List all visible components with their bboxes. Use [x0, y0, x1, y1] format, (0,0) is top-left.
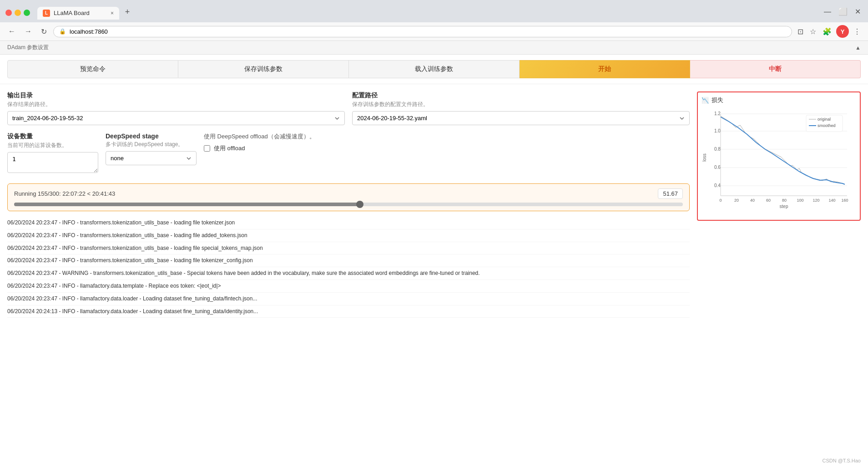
forward-btn[interactable]: → [22, 25, 35, 37]
svg-text:160: 160 [841, 198, 848, 203]
svg-text:smoothed: smoothed [818, 123, 836, 128]
extensions-icon[interactable]: 🧩 [821, 25, 833, 38]
log-line: 06/20/2024 20:23:47 - INFO - transformer… [7, 254, 690, 267]
log-line: 06/20/2024 20:23:47 - INFO - llamafactor… [7, 280, 690, 293]
chart-title-text: 损失 [712, 96, 723, 104]
deepspeed-stage-sublabel: 多卡训练的 DeepSpeed stage。 [106, 141, 197, 148]
offload-description: 使用 DeepSpeed offload（会减慢速度）。 [204, 132, 690, 141]
action-buttons-row: 预览命令 保存训练参数 载入训练参数 开始 中断 [0, 55, 868, 84]
offload-checkbox-row: 使用 offload [204, 144, 690, 152]
progress-header: Running 155/300: 22:07:22 < 20:41:43 51.… [14, 188, 683, 199]
svg-text:1.2: 1.2 [714, 111, 721, 116]
deepspeed-stage-select[interactable]: none 1 2 3 [106, 151, 197, 165]
output-dir-group: 输出目录 保存结果的路径。 train_2024-06-20-19-55-32 [7, 91, 345, 125]
close-btn[interactable]: ✕ [853, 5, 863, 18]
log-line: 06/20/2024 20:24:13 - INFO - llamafactor… [7, 305, 690, 318]
right-panel: 📉 损失 1.2 1.0 0.8 0.6 0.4 loss [697, 84, 861, 318]
device-deepspeed-section: 设备数量 当前可用的运算设备数。 1 DeepSpeed stage 多卡训练的… [7, 129, 690, 178]
svg-text:0.6: 0.6 [714, 165, 721, 170]
toolbar-actions: ⊡ ☆ 🧩 Y ⋮ [796, 25, 863, 38]
new-tab-btn[interactable]: + [121, 6, 134, 19]
deepspeed-stage-label: DeepSpeed stage [106, 132, 197, 140]
log-section: 06/20/2024 20:23:47 - INFO - transformer… [7, 211, 690, 318]
output-config-section: 输出目录 保存结果的路径。 train_2024-06-20-19-55-32 … [7, 84, 690, 129]
page-content: DAdam 参数设置 ▲ 预览命令 保存训练参数 载入训练参数 开始 中断 输出… [0, 41, 868, 467]
left-panel: 输出目录 保存结果的路径。 train_2024-06-20-19-55-32 … [7, 84, 697, 318]
svg-text:80: 80 [782, 198, 787, 203]
device-count-input[interactable]: 1 [7, 152, 98, 173]
progress-text: Running 155/300: 22:07:22 < 20:41:43 [14, 190, 115, 197]
progress-bar-container[interactable] [14, 203, 683, 206]
device-count-sublabel: 当前可用的运算设备数。 [7, 142, 98, 149]
svg-text:40: 40 [750, 198, 755, 203]
menu-btn[interactable]: ⋮ [852, 25, 863, 38]
tab-bar: L LLaMA Board × + [37, 6, 134, 20]
chart-title: 📉 损失 [701, 96, 856, 104]
svg-text:step: step [780, 204, 788, 209]
url-input[interactable] [70, 28, 786, 35]
close-window-btn[interactable] [5, 10, 12, 16]
screenshot-icon[interactable]: ⊡ [796, 25, 805, 38]
progress-value: 51.67 [658, 188, 683, 199]
top-bar-collapse-icon[interactable]: ▲ [855, 45, 861, 51]
restore-btn[interactable]: ⬜ [837, 5, 849, 18]
config-path-group: 配置路径 保存训练参数的配置文件路径。 2024-06-20-19-55-32.… [352, 91, 690, 125]
user-avatar[interactable]: Y [836, 25, 849, 38]
svg-text:20: 20 [734, 198, 739, 203]
tab-favicon: L [43, 10, 50, 17]
log-line: 06/20/2024 20:23:47 - INFO - transformer… [7, 242, 690, 255]
tab-close-btn[interactable]: × [111, 10, 114, 16]
device-count-label: 设备数量 [7, 132, 98, 141]
load-params-btn[interactable]: 载入训练参数 [349, 60, 520, 78]
progress-knob[interactable] [356, 201, 363, 208]
minimize-window-btn[interactable] [15, 10, 21, 16]
output-dir-select[interactable]: train_2024-06-20-19-55-32 [7, 111, 345, 125]
output-dir-label: 输出目录 [7, 91, 345, 100]
back-btn[interactable]: ← [5, 25, 18, 37]
chart-icon: 📉 [701, 97, 709, 104]
lock-icon: 🔒 [59, 28, 66, 35]
config-path-sublabel: 保存训练参数的配置文件路径。 [352, 101, 690, 108]
stop-btn[interactable]: 中断 [690, 60, 861, 78]
offload-checkbox[interactable] [204, 145, 210, 152]
config-path-select[interactable]: 2024-06-20-19-55-32.yaml [352, 111, 690, 125]
browser-chrome: L LLaMA Board × + — ⬜ ✕ [0, 0, 868, 22]
svg-text:0: 0 [719, 198, 722, 203]
top-bar-label: DAdam 参数设置 [7, 44, 49, 51]
svg-text:100: 100 [797, 198, 803, 203]
minimize-btn[interactable]: — [822, 6, 833, 18]
progress-section: Running 155/300: 22:07:22 < 20:41:43 51.… [7, 183, 690, 211]
deepspeed-stage-group: DeepSpeed stage 多卡训练的 DeepSpeed stage。 n… [106, 132, 197, 165]
svg-text:loss: loss [702, 153, 707, 162]
footer-hint: CSDN @T.S.Hao [822, 458, 861, 463]
tab-title: LLaMA Board [54, 10, 90, 16]
address-bar[interactable]: 🔒 [53, 26, 792, 37]
start-btn[interactable]: 开始 [520, 60, 690, 78]
chart-panel: 📉 损失 1.2 1.0 0.8 0.6 0.4 loss [697, 91, 861, 221]
progress-bar-fill [14, 203, 360, 206]
active-tab[interactable]: L LLaMA Board × [37, 7, 119, 20]
top-bar-hint: DAdam 参数设置 ▲ [0, 41, 868, 55]
maximize-window-btn[interactable] [24, 10, 30, 16]
svg-text:140: 140 [828, 198, 835, 203]
main-area: 输出目录 保存结果的路径。 train_2024-06-20-19-55-32 … [0, 84, 868, 318]
svg-text:60: 60 [766, 198, 771, 203]
save-params-btn[interactable]: 保存训练参数 [178, 60, 349, 78]
log-line: 06/20/2024 20:23:47 - INFO - transformer… [7, 229, 690, 242]
browser-toolbar: ← → ↻ 🔒 ⊡ ☆ 🧩 Y ⋮ [0, 22, 868, 41]
browser-titlebar: L LLaMA Board × + — ⬜ ✕ [5, 4, 863, 22]
refresh-btn[interactable]: ↻ [38, 25, 50, 38]
chart-area: 1.2 1.0 0.8 0.6 0.4 loss [701, 107, 856, 216]
bookmark-icon[interactable]: ☆ [808, 25, 818, 38]
svg-text:0.8: 0.8 [714, 147, 721, 152]
svg-text:original: original [818, 117, 831, 122]
svg-text:120: 120 [812, 198, 819, 203]
offload-checkbox-label[interactable]: 使用 offload [214, 144, 245, 152]
preview-cmd-btn[interactable]: 预览命令 [7, 60, 178, 78]
svg-text:1.0: 1.0 [714, 128, 721, 133]
log-line: 06/20/2024 20:23:47 - INFO - llamafactor… [7, 293, 690, 305]
log-line: 06/20/2024 20:23:47 - INFO - transformer… [7, 217, 690, 229]
offload-group: 使用 DeepSpeed offload（会减慢速度）。 使用 offload [204, 132, 690, 152]
window-controls [5, 10, 30, 16]
device-count-group: 设备数量 当前可用的运算设备数。 1 [7, 132, 98, 174]
